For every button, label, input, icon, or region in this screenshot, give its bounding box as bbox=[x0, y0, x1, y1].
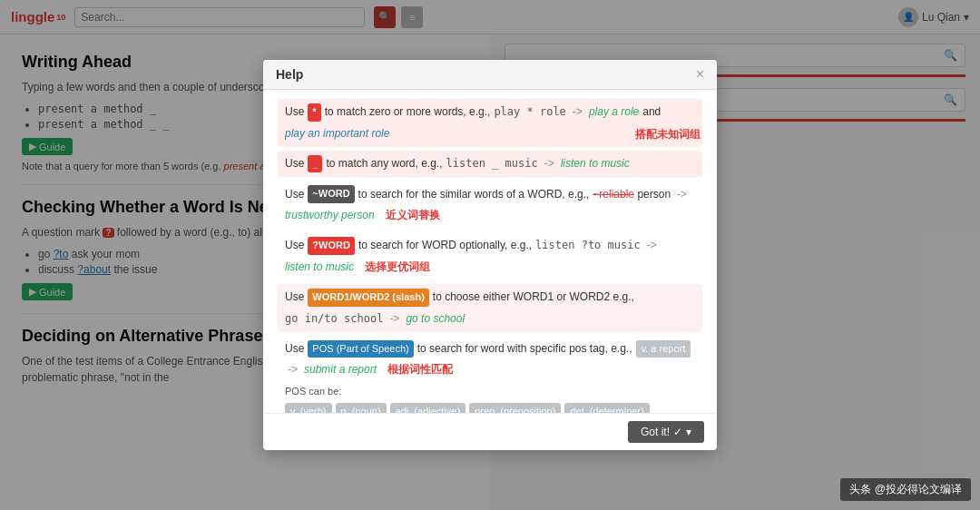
modal-row-question: Use ?WORD to search for WORD optionally,… bbox=[278, 232, 702, 280]
modal-row-star: Use * to match zero or more words, e.g.,… bbox=[278, 99, 702, 147]
pos-desc: to search for word with specific pos tag… bbox=[417, 340, 632, 358]
pos-verb: v. (verb) bbox=[285, 403, 332, 413]
pos-noun: n. (noun) bbox=[336, 403, 387, 413]
modal-row-tilde: Use ~WORD to search for the similar word… bbox=[278, 181, 702, 229]
arrow-1: -> bbox=[573, 103, 583, 121]
underscore-tag: _ bbox=[308, 155, 322, 173]
modal-title: Help bbox=[276, 67, 303, 82]
question-tag: ?WORD bbox=[308, 237, 355, 255]
underscore-query: listen _ music bbox=[446, 155, 538, 172]
tilde-query: ~reliable person bbox=[593, 186, 671, 203]
question-query: listen ?to music bbox=[535, 237, 641, 254]
cn-label-star: 搭配未知词组 bbox=[635, 126, 701, 143]
use-label-4: Use bbox=[285, 237, 304, 254]
question-desc: to search for WORD optionally, e.g., bbox=[358, 237, 532, 254]
checkmark-icon: ✓ bbox=[673, 426, 682, 438]
pos-prep: prep. (preposition) bbox=[469, 403, 561, 413]
slash-desc: to choose either WORD1 or WORD2 e.g., bbox=[433, 289, 634, 306]
slash-tag: WORD1/WORD2 (slash) bbox=[308, 289, 428, 307]
slash-query: go in/to school bbox=[285, 310, 383, 328]
underscore-desc: to match any word, e.g., bbox=[326, 155, 442, 172]
arrow-6: -> bbox=[288, 361, 298, 378]
star-tag: * bbox=[308, 103, 320, 122]
chevron-down-icon-footer: ▾ bbox=[686, 426, 691, 438]
question-result: listen to music bbox=[285, 259, 354, 276]
use-label-6: Use bbox=[285, 340, 304, 358]
pos-query: v. a report bbox=[636, 340, 691, 358]
watermark: 头条 @投必得论文编译 bbox=[840, 478, 971, 501]
use-label-3: Use bbox=[285, 186, 304, 203]
tilde-desc: to search for the similar words of a WOR… bbox=[358, 186, 590, 203]
help-modal: Help × Use * to match zero or more words… bbox=[263, 60, 717, 450]
modal-row-slash: Use WORD1/WORD2 (slash) to choose either… bbox=[278, 284, 702, 332]
pos-det: det. (determiner) bbox=[564, 403, 649, 413]
pos-tags-row: v. (verb) n. (noun) adj. (adjective) pre… bbox=[285, 403, 695, 413]
modal-header: Help × bbox=[263, 60, 717, 90]
tilde-tag: ~WORD bbox=[308, 185, 354, 203]
tilde-result: trustworthy person bbox=[285, 207, 375, 224]
modal-footer: Got it! ✓ ▾ bbox=[263, 413, 717, 450]
arrow-3: -> bbox=[677, 186, 687, 203]
pos-can-be: POS can be: bbox=[285, 384, 695, 400]
pos-adj: adj. (adjective) bbox=[390, 403, 466, 413]
modal-overlay[interactable]: Help × Use * to match zero or more words… bbox=[0, 0, 980, 510]
arrow-4: -> bbox=[647, 237, 657, 254]
modal-close-button[interactable]: × bbox=[696, 67, 704, 82]
use-label-2: Use bbox=[285, 155, 304, 172]
pos-result: submit a report bbox=[304, 361, 377, 378]
cn-label-pos: 根据词性匹配 bbox=[387, 361, 453, 378]
use-label-5: Use bbox=[285, 289, 304, 306]
modal-row-pos: Use POS (Part of Speech) to search for w… bbox=[278, 336, 702, 413]
underscore-result: listen to music bbox=[561, 155, 630, 172]
star-desc: to match zero or more words, e.g., bbox=[325, 103, 491, 121]
arrow-5: -> bbox=[389, 310, 399, 328]
modal-body: Use * to match zero or more words, e.g.,… bbox=[263, 90, 717, 413]
star-result1: play a role bbox=[589, 103, 639, 121]
arrow-2: -> bbox=[544, 155, 554, 172]
got-it-button[interactable]: Got it! ✓ ▾ bbox=[628, 421, 704, 443]
star-result2: play an important role bbox=[285, 125, 389, 142]
slash-result: go to school bbox=[406, 310, 465, 328]
use-label: Use bbox=[285, 103, 304, 121]
got-it-label: Got it! bbox=[641, 426, 670, 438]
and-text: and bbox=[642, 103, 661, 121]
modal-row-underscore: Use _ to match any word, e.g., listen _ … bbox=[278, 151, 702, 178]
cn-label-question: 选择更优词组 bbox=[365, 259, 430, 276]
star-query: play * role bbox=[494, 103, 565, 121]
cn-label-tilde: 近义词替换 bbox=[386, 207, 440, 224]
pos-tag-label: POS (Part of Speech) bbox=[308, 340, 413, 358]
